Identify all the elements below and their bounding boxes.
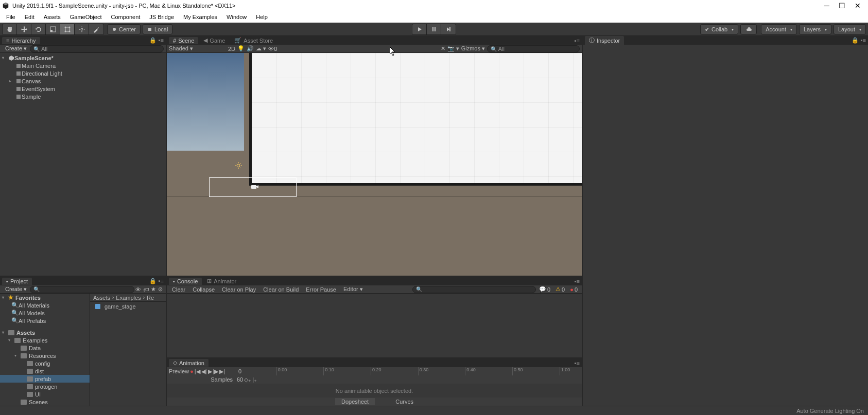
scene-tab[interactable]: # Scene (169, 37, 198, 44)
cloud-button[interactable] (740, 24, 757, 34)
inspector-lock-icon[interactable]: 🔒 (852, 37, 859, 44)
asset-store-tab[interactable]: 🛒 Asset Store (230, 37, 277, 44)
2d-toggle[interactable]: 2D (228, 46, 235, 52)
scene-root[interactable]: ▾ SampleScene* (0, 54, 166, 62)
project-create-button[interactable]: Create ▾ (2, 286, 30, 293)
shading-mode-dropdown[interactable]: Shaded ▾ (169, 45, 193, 52)
animator-tab[interactable]: ⊞ Animator (203, 277, 240, 285)
project-hidden-icon[interactable]: ⊘ (157, 286, 164, 293)
anim-play[interactable]: ▶ (208, 368, 212, 375)
inspector-menu-icon[interactable]: ▪≡ (861, 37, 866, 44)
gizmos-dropdown[interactable]: Gizmos ▾ (461, 45, 485, 52)
favorites-root[interactable]: ▾★Favorites (0, 294, 90, 301)
animation-tab[interactable]: ◇ Animation (169, 359, 209, 367)
error-count[interactable]: ●0 (568, 286, 580, 293)
curves-tab[interactable]: Curves (395, 399, 413, 405)
project-search[interactable]: 🔍 (30, 286, 134, 293)
menu-jsbridge[interactable]: JS Bridge (145, 13, 178, 21)
hierarchy-item-sample[interactable]: Sample (0, 93, 166, 100)
hierarchy-lock-icon[interactable]: 🔒 (149, 37, 157, 44)
collab-dropdown[interactable]: ✔Collab (700, 24, 738, 34)
project-star-icon[interactable]: ★ (150, 286, 157, 293)
menu-myexamples[interactable]: My Examples (179, 13, 221, 21)
pivot-toggle[interactable]: Center (107, 24, 141, 34)
layout-dropdown[interactable]: Layout (834, 24, 866, 34)
folder-resources[interactable]: ▾Resources (0, 352, 90, 359)
asset-game-stage[interactable]: game_stage (90, 302, 166, 311)
menu-component[interactable]: Component (107, 13, 144, 21)
project-menu-icon[interactable]: ▪≡ (159, 278, 164, 284)
account-dropdown[interactable]: Account (761, 24, 797, 34)
fav-all-models[interactable]: 🔍 All Models (0, 309, 90, 317)
anim-next[interactable]: |▶ (213, 368, 219, 375)
menu-window[interactable]: Window (222, 13, 251, 21)
samples-value[interactable]: 60 (237, 376, 243, 383)
folder-examples[interactable]: ▾Examples (0, 336, 90, 344)
dopesheet-tab[interactable]: Dopesheet (335, 398, 375, 405)
scene-view[interactable] (167, 53, 582, 276)
rect-tool[interactable] (60, 24, 75, 34)
menu-edit[interactable]: Edit (21, 13, 39, 21)
console-clear-on-play[interactable]: Clear on Play (219, 286, 259, 293)
step-button[interactable] (441, 24, 456, 34)
menu-assets[interactable]: Assets (40, 13, 65, 21)
game-tab[interactable]: ◀ Game (199, 37, 229, 44)
breadcrumb-re[interactable]: Re (147, 295, 154, 301)
anim-preview[interactable]: Preview (169, 368, 189, 374)
camera-icon[interactable]: 📷 ▾ (447, 45, 459, 52)
lighting-toggle[interactable]: 💡 (237, 45, 245, 52)
project-lock-icon[interactable]: 🔒 (149, 278, 157, 284)
warn-count[interactable]: ⚠0 (553, 286, 567, 293)
menu-help[interactable]: Help (252, 13, 272, 21)
folder-data[interactable]: Data (0, 344, 90, 352)
anim-frame[interactable]: 0 (226, 368, 241, 374)
hierarchy-create-button[interactable]: Create ▾ (2, 45, 30, 52)
folder-prefab[interactable]: prefab (0, 375, 90, 383)
menu-gameobject[interactable]: GameObject (66, 13, 106, 21)
hierarchy-item-main-camera[interactable]: Main Camera (0, 62, 166, 69)
rotate-tool[interactable] (31, 24, 46, 34)
hierarchy-menu-icon[interactable]: ▪≡ (159, 37, 164, 44)
hierarchy-search[interactable]: 🔍 All (30, 45, 164, 52)
pause-button[interactable] (427, 24, 441, 34)
fav-all-prefabs[interactable]: 🔍 All Prefabs (0, 317, 90, 324)
console-editor-dropdown[interactable]: Editor ▾ (340, 286, 366, 293)
folder-dist[interactable]: dist (0, 367, 90, 375)
move-tool[interactable] (17, 24, 31, 34)
anim-prev[interactable]: ◀| (201, 368, 207, 375)
anim-first[interactable]: |◀ (195, 368, 200, 375)
console-search[interactable]: 🔍 (412, 286, 536, 293)
folder-scenes[interactable]: Scenes (0, 398, 90, 406)
console-menu-icon[interactable]: ▪≡ (575, 278, 580, 284)
hidden-count[interactable]: 👁0 (268, 46, 277, 52)
audio-toggle[interactable]: 🔊 (247, 45, 254, 52)
breadcrumb-examples[interactable]: Examples (116, 295, 141, 301)
project-breadcrumb[interactable]: Assets › Examples › Re (90, 294, 166, 302)
folder-config[interactable]: config (0, 359, 90, 367)
close-button[interactable]: ✕ (855, 2, 861, 10)
project-label-icon[interactable]: 🏷 (142, 286, 150, 293)
fav-all-materials[interactable]: 🔍 All Materials (0, 301, 90, 309)
console-collapse[interactable]: Collapse (189, 286, 218, 293)
add-event[interactable]: |₊ (252, 376, 257, 383)
scale-tool[interactable] (46, 24, 60, 34)
hierarchy-item-canvas[interactable]: ▸ Canvas (0, 77, 166, 85)
console-error-pause[interactable]: Error Pause (303, 286, 339, 293)
folder-protogen[interactable]: protogen (0, 383, 90, 390)
project-tab[interactable]: ▪ Project (2, 278, 32, 285)
hierarchy-tab[interactable]: ≡ Hierarchy (2, 37, 40, 44)
play-button[interactable] (412, 24, 427, 34)
scene-tools-icon[interactable]: ✕ (441, 45, 445, 52)
project-filter-icon[interactable]: 👁 (134, 286, 142, 293)
console-clear[interactable]: Clear (169, 286, 188, 293)
transform-tool[interactable] (75, 24, 89, 34)
custom-tool[interactable] (89, 24, 103, 34)
anim-timeline-ruler[interactable]: 0:00 0:10 0:20 0:30 0:40 0:50 1:00 (242, 367, 580, 375)
maximize-button[interactable]: ☐ (839, 2, 845, 10)
info-count[interactable]: 💬0 (537, 286, 552, 293)
hierarchy-item-eventsystem[interactable]: EventSystem (0, 85, 166, 93)
folder-ui[interactable]: UI (0, 390, 90, 398)
scene-menu-icon[interactable]: ▪≡ (575, 38, 580, 44)
add-keyframe[interactable]: ◇₊ (244, 376, 251, 383)
hand-tool[interactable] (3, 24, 17, 34)
